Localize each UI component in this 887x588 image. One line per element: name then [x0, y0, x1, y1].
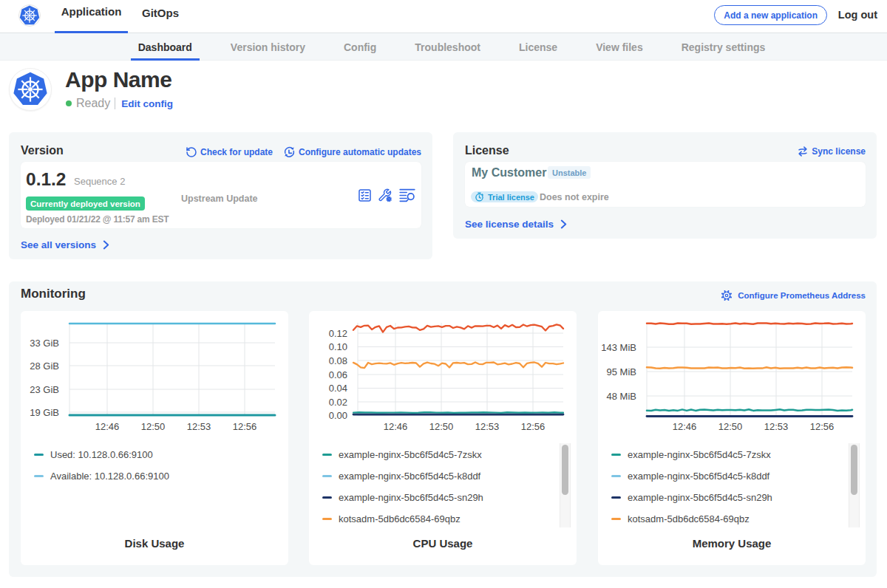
svg-text:0.10: 0.10: [329, 341, 347, 352]
svg-text:0.04: 0.04: [329, 383, 347, 394]
svg-text:95 MiB: 95 MiB: [607, 366, 636, 377]
svg-text:28 GiB: 28 GiB: [30, 360, 59, 372]
svg-text:0.00: 0.00: [329, 410, 347, 421]
svg-text:12:53: 12:53: [475, 421, 500, 432]
svg-text:0.06: 0.06: [329, 369, 347, 380]
svg-text:33 GiB: 33 GiB: [30, 338, 59, 349]
svg-text:12:46: 12:46: [384, 421, 408, 432]
svg-text:19 GiB: 19 GiB: [30, 407, 59, 418]
svg-text:48 MiB: 48 MiB: [607, 391, 636, 402]
svg-text:0.02: 0.02: [329, 397, 347, 408]
svg-text:12:56: 12:56: [521, 421, 546, 432]
svg-text:12:53: 12:53: [187, 421, 211, 432]
svg-text:12:50: 12:50: [141, 421, 166, 432]
svg-text:0.12: 0.12: [329, 328, 347, 339]
svg-text:12:53: 12:53: [764, 421, 789, 432]
svg-text:12:56: 12:56: [810, 421, 835, 432]
svg-text:23 GiB: 23 GiB: [30, 384, 59, 395]
svg-text:12:46: 12:46: [673, 421, 697, 432]
svg-text:12:56: 12:56: [233, 421, 257, 432]
svg-text:0.08: 0.08: [329, 355, 347, 366]
svg-text:12:50: 12:50: [718, 421, 743, 432]
svg-text:12:46: 12:46: [95, 421, 120, 432]
svg-text:12:50: 12:50: [429, 421, 454, 432]
svg-text:143 MiB: 143 MiB: [601, 342, 636, 353]
